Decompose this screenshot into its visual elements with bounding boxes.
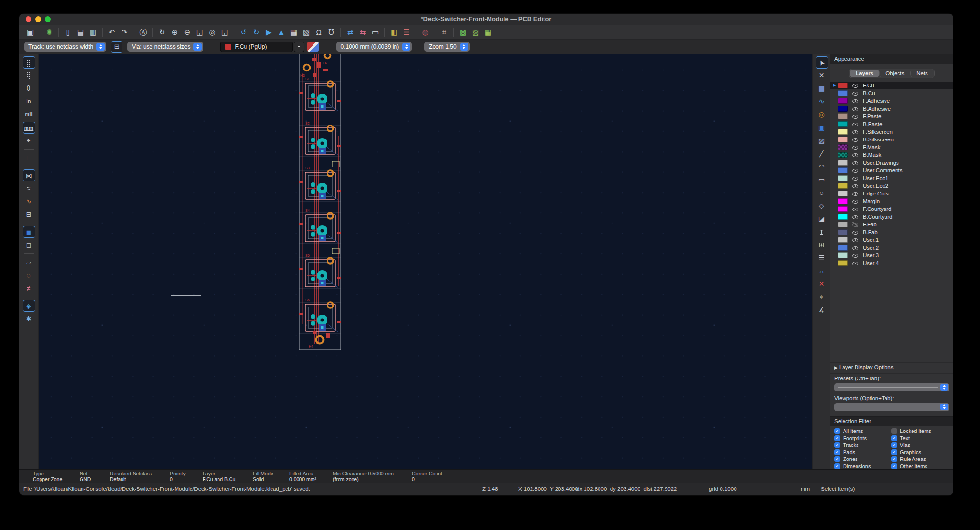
layer-row-f-silkscreen[interactable]: F.Silkscreen: [830, 128, 953, 136]
drc-checker-icon[interactable]: ☰: [401, 27, 412, 38]
eye-icon[interactable]: [852, 113, 859, 119]
eye-icon[interactable]: [852, 183, 859, 189]
schematic-editor-icon[interactable]: ▩: [457, 27, 469, 38]
eye-icon[interactable]: [852, 106, 859, 112]
undo-icon[interactable]: ↶: [106, 27, 118, 38]
eye-icon[interactable]: [852, 191, 859, 196]
layer-color-swatch[interactable]: [838, 90, 848, 96]
tab-layers[interactable]: Layers: [850, 70, 879, 77]
footprint-editor-icon[interactable]: ◧: [388, 27, 400, 38]
tab-nets[interactable]: Nets: [910, 70, 934, 77]
layer-color-swatch[interactable]: [838, 214, 848, 220]
eye-icon[interactable]: [852, 229, 859, 235]
filter-item-locked-items[interactable]: Locked items: [891, 428, 953, 434]
checkbox-checked-icon[interactable]: ✓: [891, 442, 897, 448]
checkbox-checked-icon[interactable]: ✓: [834, 435, 840, 441]
sketch-footprints-icon[interactable]: ▱: [23, 256, 35, 268]
flip-vertical-icon[interactable]: ▲: [275, 27, 287, 38]
eye-icon[interactable]: [852, 260, 859, 266]
layer-row-user-3[interactable]: User.3: [830, 251, 953, 259]
filter-item-all-items[interactable]: ✓All items: [834, 428, 891, 434]
refresh-icon[interactable]: ↻: [156, 27, 168, 38]
checkbox-checked-icon[interactable]: ✓: [834, 442, 840, 448]
zone-outline-icon[interactable]: ◻: [23, 239, 35, 251]
eye-icon[interactable]: [852, 137, 859, 142]
pcb-canvas[interactable]: S1S2S3S4S5S6H3H2H4: [39, 54, 812, 469]
track-width-dropdown[interactable]: Track: use netclass width: [24, 42, 106, 52]
layer-color-swatch[interactable]: [838, 206, 848, 212]
zone-fill-icon[interactable]: ◼: [23, 226, 35, 238]
board-statistics-icon[interactable]: ▭: [369, 27, 381, 38]
layer-row-user-eco2[interactable]: User.Eco2: [830, 182, 953, 190]
layer-row-f-courtyard[interactable]: F.Courtyard: [830, 205, 953, 213]
add-via-icon[interactable]: ◎: [816, 109, 828, 121]
draw-polygon-icon[interactable]: ◇: [816, 200, 828, 212]
layer-row-b-paste[interactable]: B.Paste: [830, 120, 953, 128]
grid-overrides-icon[interactable]: ⢿: [23, 70, 35, 82]
net-highlight-icon[interactable]: ∿: [23, 195, 35, 208]
layer-row-b-courtyard[interactable]: B.Courtyard: [830, 213, 953, 221]
add-rule-area-icon[interactable]: ▨: [816, 135, 828, 147]
place-origin-icon[interactable]: ⌖: [816, 291, 828, 303]
checkbox-checked-icon[interactable]: ✓: [834, 456, 840, 462]
high-contrast-mode-icon[interactable]: ◈: [23, 300, 35, 312]
local-ratsnest-icon[interactable]: ✕: [816, 70, 828, 82]
checkbox-checked-icon[interactable]: ✓: [834, 463, 840, 469]
footprint-browser-icon[interactable]: ▦: [482, 27, 494, 38]
units-mils-button[interactable]: mil: [23, 109, 35, 121]
add-textbox-icon[interactable]: ⊞: [816, 239, 828, 251]
layer-row-f-mask[interactable]: F.Mask: [830, 143, 953, 151]
eye-icon[interactable]: [852, 152, 859, 158]
route-tracks-icon[interactable]: ∿: [816, 96, 828, 108]
layer-color-swatch[interactable]: [838, 222, 848, 227]
layer-row-user-4[interactable]: User.4: [830, 259, 953, 267]
calculator-tools-icon[interactable]: ⌗: [438, 27, 450, 38]
pcb-board-graphic[interactable]: S1S2S3S4S5S6H3H2H4: [39, 54, 812, 469]
draw-line-icon[interactable]: ╱: [816, 148, 828, 160]
layer-color-swatch[interactable]: [838, 175, 848, 181]
checkbox-unchecked-icon[interactable]: [891, 428, 897, 434]
eye-icon[interactable]: [852, 245, 859, 251]
viewports-dropdown[interactable]: [834, 403, 949, 411]
layer-color-swatch[interactable]: [838, 121, 848, 127]
tools-icon[interactable]: ✱: [23, 313, 35, 325]
add-table-icon[interactable]: ☰: [816, 252, 828, 264]
print-icon[interactable]: ▤: [75, 27, 86, 38]
sketch-tracks-icon[interactable]: ≠: [23, 282, 35, 294]
layer-color-swatch[interactable]: [838, 160, 848, 166]
zoom-out-icon[interactable]: ⊖: [181, 27, 193, 38]
filter-item-other-items[interactable]: ✓Other items: [891, 463, 953, 469]
layer-color-swatch[interactable]: [838, 237, 848, 243]
layer-row-margin[interactable]: Margin: [830, 197, 953, 205]
filter-item-graphics[interactable]: ✓Graphics: [891, 449, 953, 455]
tab-objects[interactable]: Objects: [879, 70, 910, 77]
eye-icon[interactable]: [852, 167, 859, 173]
layer-row-f-cu[interactable]: ▶F.Cu: [830, 82, 953, 89]
draw-circle-icon[interactable]: ○: [816, 187, 828, 199]
layer-row-user-1[interactable]: User.1: [830, 236, 953, 244]
checkbox-checked-icon[interactable]: ✓: [891, 435, 897, 441]
layer-color-swatch[interactable]: [838, 106, 848, 112]
rotate-ccw-icon[interactable]: ↺: [238, 27, 249, 38]
zoom-in-icon[interactable]: ⊕: [169, 27, 180, 38]
layer-color-swatch[interactable]: [838, 229, 848, 235]
eye-icon[interactable]: [852, 90, 859, 96]
cross-probe-schematic-icon[interactable]: ⇆: [357, 27, 368, 38]
sketch-pads-icon[interactable]: ◌: [23, 269, 35, 281]
presets-dropdown[interactable]: [834, 383, 949, 391]
layer-color-swatch[interactable]: [838, 191, 848, 196]
group-icon[interactable]: ▦: [288, 27, 299, 38]
ratsnest-curved-icon[interactable]: ≈: [23, 182, 35, 195]
layer-row-user-eco1[interactable]: User.Eco1: [830, 174, 953, 182]
page-settings-icon[interactable]: ▯: [62, 27, 74, 38]
filter-item-text[interactable]: ✓Text: [891, 435, 953, 441]
eye-icon[interactable]: [852, 252, 859, 258]
eye-icon[interactable]: [852, 144, 859, 150]
track-posture-button[interactable]: ⊟: [111, 41, 122, 53]
net-names-icon[interactable]: ⊟: [23, 209, 35, 221]
layer-color-swatch[interactable]: [838, 144, 848, 150]
eye-icon[interactable]: [852, 83, 859, 88]
layer-pair-indicator-icon[interactable]: [307, 42, 319, 52]
layer-color-swatch[interactable]: [838, 260, 848, 266]
grid-dropdown[interactable]: 0.1000 mm (0.0039 in): [336, 42, 412, 52]
